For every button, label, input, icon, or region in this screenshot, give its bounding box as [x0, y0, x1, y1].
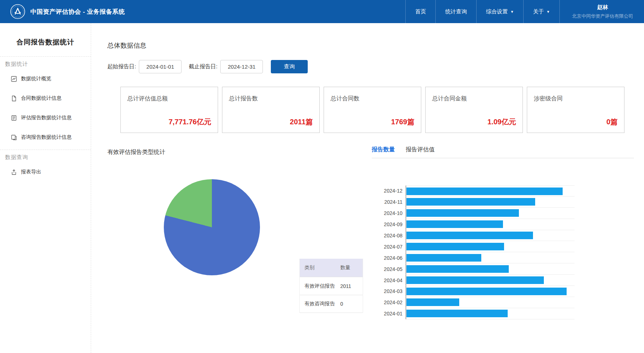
nav-item-settings-label: 综合设置: [486, 8, 508, 15]
pie-chart: [164, 179, 260, 275]
stat-card-value: 7,771.76亿元: [169, 117, 211, 127]
sidebar-item-label: 咨询报告数据统计信息: [21, 134, 72, 141]
table-cell-count: 0: [340, 301, 363, 307]
contract-doc-icon: [11, 95, 17, 102]
table-row: 有效咨询报告 0: [300, 295, 363, 313]
sidebar-title: 合同报告数据统计: [0, 23, 91, 56]
tab-report-value[interactable]: 报告评估值: [406, 146, 435, 154]
bar-track: [406, 297, 575, 308]
navbar-menu: 首页 统计查询 综合设置 ▼ 关于 ▼ 赵林 北京中同华资产评估有限公司: [405, 0, 644, 23]
bar-track: [406, 275, 575, 286]
sidebar-item-contract-stats[interactable]: 合同数据统计信息: [0, 89, 91, 108]
bar: [406, 232, 533, 239]
section-label-data-query: 数据查询: [0, 150, 91, 162]
bar-track: [406, 230, 575, 241]
stat-card-title: 总计报告数: [229, 95, 258, 103]
summary-table-header-category: 类别: [300, 264, 340, 271]
report-doc-icon: [11, 115, 17, 121]
bar-track: [406, 263, 575, 275]
main-content: 总体数据信息 起始报告日: 截止报告日: 查询 总计评估值总额 7,771.76…: [91, 23, 644, 353]
sidebar: 合同报告数据统计 数据统计 数据统计概览 合同数据统计信息 评估报告数据统计信息: [0, 23, 91, 353]
bar: [406, 198, 535, 206]
consult-doc-icon: [11, 134, 17, 141]
bar-category-label: 2024-03: [372, 288, 406, 294]
stat-card-value: 0篇: [606, 117, 618, 127]
bar-track: [406, 308, 575, 319]
bar-row: 2024-11: [372, 197, 575, 208]
navbar-brand: 中国资产评估协会 - 业务报备系统: [0, 4, 125, 19]
stat-card-title: 涉密级合同: [534, 95, 563, 103]
bar: [406, 298, 459, 306]
page: 中国资产评估协会 - 业务报备系统 首页 统计查询 综合设置 ▼ 关于 ▼ 赵林…: [0, 0, 644, 353]
sidebar-item-label: 评估报告数据统计信息: [21, 115, 72, 121]
sidebar-item-report-export[interactable]: 报表导出: [0, 162, 91, 182]
bar-category-label: 2024-07: [372, 244, 406, 250]
stat-card-title: 总计合同金额: [432, 95, 467, 103]
user-info[interactable]: 赵林 北京中同华资产评估有限公司: [559, 0, 644, 23]
end-date-input[interactable]: [220, 60, 263, 73]
stat-card-title: 总计合同数: [330, 95, 359, 103]
section-label-data-statistics: 数据统计: [0, 57, 91, 69]
bar-track: [406, 197, 575, 208]
sidebar-item-consult-report-stats[interactable]: 咨询报告数据统计信息: [0, 128, 91, 147]
start-date-input[interactable]: [139, 60, 182, 73]
nav-item-statistics-query-label: 统计查询: [445, 8, 467, 15]
table-cell-category: 有效咨询报告: [300, 301, 340, 307]
nav-item-home[interactable]: 首页: [405, 0, 435, 23]
overview-chart-icon: [11, 76, 17, 82]
chevron-down-icon: ▼: [510, 10, 514, 14]
sidebar-item-label: 合同数据统计信息: [21, 95, 61, 102]
bar: [406, 188, 563, 195]
chart-tabs: 报告数量 报告评估值: [372, 146, 445, 154]
bar: [406, 310, 508, 317]
bar-track: [406, 185, 575, 197]
start-date-label: 起始报告日:: [107, 63, 136, 70]
bar: [406, 220, 503, 228]
stat-card-value: 2011篇: [290, 117, 313, 127]
nav-item-statistics-query[interactable]: 统计查询: [435, 0, 476, 23]
bar-category-label: 2024-12: [372, 188, 406, 194]
tab-report-count[interactable]: 报告数量: [372, 146, 395, 154]
bar: [406, 209, 519, 217]
bar-category-label: 2024-06: [372, 255, 406, 261]
bar-row: 2024-08: [372, 230, 575, 241]
sidebar-item-label: 数据统计概览: [21, 76, 51, 82]
bar: [406, 265, 509, 273]
bar-row: 2024-05: [372, 263, 575, 275]
nav-item-about[interactable]: 关于 ▼: [523, 0, 559, 23]
bar-track: [406, 286, 575, 297]
cas-logo-icon: [10, 4, 25, 19]
bar-chart: 2024-122024-112024-102024-092024-082024-…: [372, 185, 575, 319]
bar-category-label: 2024-04: [372, 277, 406, 283]
nav-item-settings[interactable]: 综合设置 ▼: [476, 0, 523, 23]
app-title: 中国资产评估协会 - 业务报备系统: [30, 8, 125, 16]
stat-card-title: 总计评估值总额: [127, 95, 168, 103]
bar-row: 2024-07: [372, 241, 575, 252]
tabs-divider: [372, 158, 634, 158]
sidebar-item-appraisal-report-stats[interactable]: 评估报告数据统计信息: [0, 108, 91, 128]
stat-cards-row: 总计评估值总额 7,771.76亿元 总计报告数 2011篇 总计合同数 176…: [120, 87, 624, 133]
bar-category-label: 2024-01: [372, 311, 406, 317]
bar: [406, 243, 504, 250]
summary-table-header: 类别 数量: [300, 259, 363, 277]
table-cell-count: 2011: [340, 283, 363, 289]
export-icon: [11, 169, 17, 175]
summary-table-header-count: 数量: [340, 264, 363, 271]
query-button[interactable]: 查询: [271, 60, 308, 73]
bar-row: 2024-02: [372, 297, 575, 308]
user-name: 赵林: [597, 4, 608, 11]
user-company: 北京中同华资产评估有限公司: [572, 13, 633, 20]
bar-row: 2024-09: [372, 219, 575, 230]
stat-card-classified-contracts: 涉密级合同 0篇: [527, 87, 624, 133]
bar-row: 2024-10: [372, 208, 575, 219]
bar-category-label: 2024-09: [372, 221, 406, 227]
nav-item-about-label: 关于: [533, 8, 544, 15]
sidebar-item-label: 报表导出: [21, 169, 41, 175]
bar-category-label: 2024-08: [372, 233, 406, 238]
end-date-label: 截止报告日:: [189, 63, 217, 70]
bar-track: [406, 252, 575, 263]
stat-card-total-reports: 总计报告数 2011篇: [222, 87, 320, 133]
table-cell-category: 有效评估报告: [300, 283, 340, 289]
sidebar-item-overview[interactable]: 数据统计概览: [0, 69, 91, 89]
top-navbar: 中国资产评估协会 - 业务报备系统 首页 统计查询 综合设置 ▼ 关于 ▼ 赵林…: [0, 0, 644, 23]
